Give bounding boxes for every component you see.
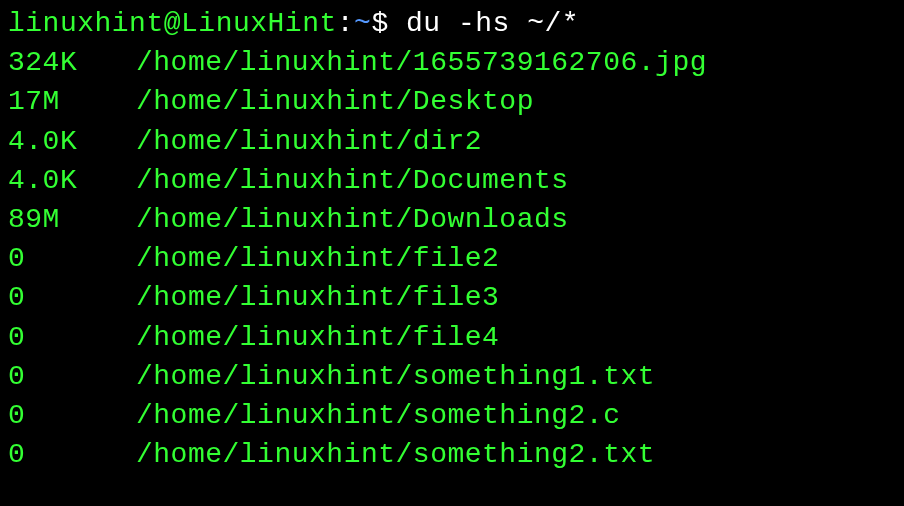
size-value: 0 (8, 357, 136, 396)
path-value: /home/linuxhint/1655739162706.jpg (136, 47, 707, 78)
prompt-path: ~ (354, 8, 371, 39)
output-row: 0/home/linuxhint/something2.txt (8, 435, 896, 474)
prompt-host: LinuxHint (181, 8, 337, 39)
size-value: 4.0K (8, 161, 136, 200)
size-value: 4.0K (8, 122, 136, 161)
output-row: 4.0K/home/linuxhint/dir2 (8, 122, 896, 161)
size-value: 0 (8, 435, 136, 474)
output-row: 0/home/linuxhint/file2 (8, 239, 896, 278)
command-text: du -hs ~/* (406, 8, 579, 39)
path-value: /home/linuxhint/file2 (136, 243, 499, 274)
path-value: /home/linuxhint/something2.txt (136, 439, 655, 470)
path-value: /home/linuxhint/Desktop (136, 86, 534, 117)
path-value: /home/linuxhint/file3 (136, 282, 499, 313)
path-value: /home/linuxhint/file4 (136, 322, 499, 353)
prompt-user: linuxhint (8, 8, 164, 39)
size-value: 0 (8, 318, 136, 357)
prompt-colon: : (337, 8, 354, 39)
path-value: /home/linuxhint/Documents (136, 165, 569, 196)
size-value: 0 (8, 396, 136, 435)
output-row: 0/home/linuxhint/something2.c (8, 396, 896, 435)
prompt-dollar: $ (371, 8, 406, 39)
output-row: 0/home/linuxhint/file3 (8, 278, 896, 317)
size-value: 17M (8, 82, 136, 121)
terminal-window[interactable]: linuxhint@LinuxHint:~$ du -hs ~/* 324K/h… (8, 4, 896, 474)
output-row: 89M/home/linuxhint/Downloads (8, 200, 896, 239)
output-row: 324K/home/linuxhint/1655739162706.jpg (8, 43, 896, 82)
output-row: 4.0K/home/linuxhint/Documents (8, 161, 896, 200)
size-value: 0 (8, 278, 136, 317)
path-value: /home/linuxhint/dir2 (136, 126, 482, 157)
size-value: 0 (8, 239, 136, 278)
prompt-line: linuxhint@LinuxHint:~$ du -hs ~/* (8, 4, 896, 43)
size-value: 89M (8, 200, 136, 239)
size-value: 324K (8, 43, 136, 82)
path-value: /home/linuxhint/something2.c (136, 400, 620, 431)
prompt-at: @ (164, 8, 181, 39)
path-value: /home/linuxhint/something1.txt (136, 361, 655, 392)
path-value: /home/linuxhint/Downloads (136, 204, 569, 235)
output-row: 17M/home/linuxhint/Desktop (8, 82, 896, 121)
output-row: 0/home/linuxhint/something1.txt (8, 357, 896, 396)
output-row: 0/home/linuxhint/file4 (8, 318, 896, 357)
